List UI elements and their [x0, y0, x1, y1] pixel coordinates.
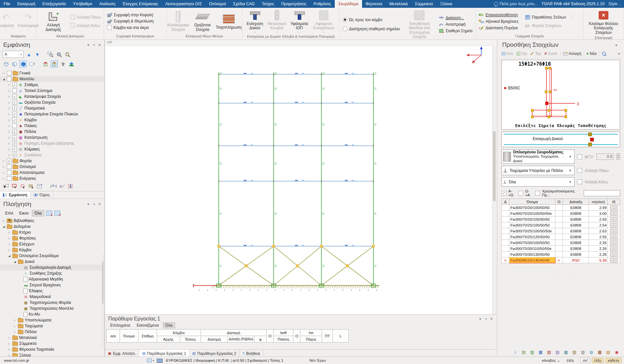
row-id-button[interactable]: ...: [610, 252, 618, 257]
tree-item[interactable]: ⊟Μακροδοκοί: [0, 294, 104, 300]
tell-me-button[interactable]: Πείτε μου πως μπο...: [494, 2, 538, 6]
new-button[interactable]: +Νέα: [586, 51, 597, 56]
basement-dropdown[interactable]: ⊥Τοιχώματα Υπογείου με Πέδιλο▼: [501, 166, 575, 175]
menu-tab-14[interactable]: Φέρουσα: [362, 0, 386, 8]
checkbox-icon[interactable]: [7, 71, 11, 75]
row-id-button[interactable]: ...: [610, 235, 618, 239]
reposition-button[interactable]: Επανατοποθέτηση: [478, 12, 519, 18]
change-top-checkbox[interactable]: [577, 168, 582, 173]
expander-icon[interactable]: ▷: [2, 160, 6, 162]
tree-item[interactable]: ▷Κτήριο: [0, 229, 104, 235]
work-filter-tab-3[interactable]: Όλα: [163, 322, 175, 328]
model-green-icon[interactable]: [68, 61, 75, 67]
tree-item[interactable]: ▷Μεταλλικά: [0, 335, 104, 341]
checkbox-icon[interactable]: [12, 112, 17, 116]
checkbox-icon[interactable]: [7, 77, 11, 81]
expander-icon[interactable]: ◢: [2, 225, 6, 228]
checkbox-icon[interactable]: [12, 153, 17, 157]
sections-col-6[interactable]: Ιδ: [608, 199, 620, 205]
expander-icon[interactable]: ▷: [7, 231, 11, 234]
tree-item[interactable]: ▷∠Τοπικό Σύστημα: [0, 88, 104, 94]
sections-col-2[interactable]: Όνομα: [509, 199, 555, 205]
properties-form-icon[interactable]: [36, 184, 43, 189]
expander-icon[interactable]: ◢: [13, 260, 17, 263]
row-id-button[interactable]: ...: [610, 205, 618, 210]
remove-reinforcement-button[interactable]: Αφαίρεση Ενισχύσεων⌄: [310, 9, 337, 34]
section-row-1[interactable]: Fw300/70/20/100/50/50E08082.99...: [502, 205, 620, 211]
expander-icon[interactable]: ▷: [2, 177, 6, 180]
material-combo[interactable]: Οπλισμένου ΣκυροδέματοςΥποστυλώματα, Τοι…: [501, 150, 575, 164]
wireframe-view-icon[interactable]: [3, 61, 9, 67]
tree-item[interactable]: ▷Ελέγχων: [0, 241, 104, 247]
solid-view-icon[interactable]: [20, 60, 27, 68]
tree-item[interactable]: ▷Φορτία: [0, 158, 104, 164]
zoom-previous-icon[interactable]: [64, 51, 71, 58]
keep-fixed-point-radio[interactable]: Διατήρηση σταθερού σημείου: [342, 26, 401, 32]
layers-icon[interactable]: ▤: [521, 349, 526, 355]
checkbox-icon[interactable]: [12, 88, 17, 93]
a-to-o-checkbox[interactable]: [501, 191, 506, 196]
checkbox-icon[interactable]: [7, 164, 11, 169]
expander-icon[interactable]: ▷: [7, 136, 11, 139]
tree-item[interactable]: ▷Φέρουσα Τοιχοποιία: [0, 346, 104, 352]
tree-item[interactable]: ▷╱Πλασματικά: [0, 105, 104, 111]
connection-tool-button[interactable]: ✕Συνδ.: [544, 51, 558, 56]
fixed-point-button[interactable]: Σταθερό Σημείο: [438, 28, 473, 33]
infill-wall-button[interactable]: Τοιχοπλήρωση: [214, 12, 243, 30]
expander-icon[interactable]: ▷: [13, 325, 17, 328]
print-icon[interactable]: ▥: [580, 349, 586, 355]
select-add-icon[interactable]: [3, 184, 9, 189]
tree-item[interactable]: ◢Οπλισμένο Σκυρόδεμα: [0, 253, 104, 259]
tree-item[interactable]: ▬Στερεοί Βραχίονες: [0, 282, 104, 288]
bottom-tab-2[interactable]: ▤Παράθυρο Εργασίας 1: [139, 350, 189, 357]
pin-icon[interactable]: ⊣: [92, 43, 95, 47]
tree-item[interactable]: ▷+Κόμβοι: [0, 117, 104, 123]
checkbox-icon[interactable]: [7, 159, 11, 163]
change-bottom-checkbox[interactable]: [577, 179, 582, 184]
row-id-button[interactable]: ...: [610, 240, 618, 245]
core-split-button[interactable]: 2Διάσπαση Πυρήνα: [478, 25, 519, 31]
bottom-tab-1[interactable]: ▣Εμφ. Αποτελ.: [105, 350, 139, 357]
nodes-at-ends-checkbox[interactable]: Κόμβοι και στα άκρα: [106, 25, 150, 30]
tree-item[interactable]: ▷≡Συνδέσεις: [0, 152, 104, 158]
menu-tab-16[interactable]: Σύμμεικτα: [411, 0, 436, 8]
tree-item[interactable]: ▦Τοιχοπληρώσεις-Φορτία: [0, 300, 104, 306]
nav-tree-scrollbar[interactable]: [102, 254, 104, 347]
section-row-6[interactable]: Fw300/70/25/125/50/50E08082.55...: [502, 234, 620, 240]
expander-icon[interactable]: ▷: [2, 171, 6, 174]
expander-icon[interactable]: ▷: [13, 331, 17, 333]
collapse-left-icon[interactable]: ◂: [615, 43, 617, 47]
select-grid-icon[interactable]: [28, 184, 34, 189]
menu-tab-2[interactable]: Εισαγωγή: [14, 0, 39, 8]
row-id-button[interactable]: ...: [610, 258, 618, 263]
checkbox-icon[interactable]: [7, 170, 11, 175]
expander-icon[interactable]: ▷: [7, 348, 11, 351]
tree-item[interactable]: ◢Μοντέλο: [0, 76, 104, 82]
zoom-window-icon[interactable]: [47, 51, 54, 58]
stitch-head-button[interactable]: Συρραφή στην Κεφαλή: [106, 12, 154, 18]
tree-item[interactable]: ▷Τοιχώματα: [0, 323, 104, 329]
handle-icon[interactable]: [588, 143, 592, 146]
tree-item[interactable]: ▷Αποτελέσματα: [0, 170, 104, 176]
level-down-icon[interactable]: ▼: [34, 51, 41, 58]
checkbox-icon[interactable]: [12, 129, 17, 134]
checkbox-icon[interactable]: [12, 118, 17, 122]
used-sections-input[interactable]: [584, 190, 620, 196]
tab-views[interactable]: Όψεις: [31, 191, 53, 199]
nav-tab-shown[interactable]: Εικον: [17, 210, 31, 216]
phi-input[interactable]: 0.0: [596, 153, 614, 160]
checkbox-icon[interactable]: [12, 94, 17, 99]
tree-item[interactable]: ▷Υποστυλώματα: [0, 317, 104, 323]
panel-splitter-dots[interactable]: · · · · · · · ·: [501, 272, 620, 275]
metal-cages-button[interactable]: Μεταλλικοί Κλωβοί⌄: [266, 9, 288, 34]
menu-tab-11[interactable]: Προμετρήσεις: [278, 0, 310, 8]
section-row-2[interactable]: Fw300/70/20/100/50/50eE08083.00...: [502, 211, 620, 216]
horizontal-elements-button[interactable]: Οριζόντια Στοιχεία: [193, 10, 212, 32]
gear-icon[interactable]: ◉: [614, 349, 619, 355]
menu-tab-13[interactable]: Σκυρόδεμα: [335, 0, 362, 8]
section-row-8[interactable]: Fw300/70/30/110/50/50eE08082.26...: [502, 246, 620, 252]
select-window-icon[interactable]: [11, 184, 17, 189]
tab-display[interactable]: Εμφάνιση: [0, 191, 31, 199]
window-select-icon[interactable]: ▾: [147, 358, 154, 362]
tree-item[interactable]: ▷Οπλισμοί: [0, 164, 104, 170]
